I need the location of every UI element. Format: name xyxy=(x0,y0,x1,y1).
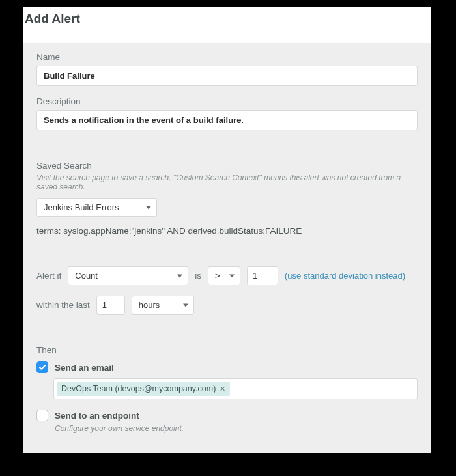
then-label: Then xyxy=(36,345,418,355)
chevron-down-icon xyxy=(177,274,182,277)
send-endpoint-label: Send to an endpoint xyxy=(55,411,139,421)
section-basic: Name Description xyxy=(23,43,431,143)
saved-search-label: Saved Search xyxy=(36,161,418,171)
check-icon xyxy=(38,363,46,371)
within-value-input[interactable] xyxy=(96,296,125,315)
saved-search-terms: terms: syslog.appName:"jenkins" AND deri… xyxy=(36,226,418,236)
within-unit-select[interactable]: hours xyxy=(132,296,194,315)
send-endpoint-checkbox[interactable] xyxy=(36,410,48,421)
remove-tag-icon[interactable]: ✕ xyxy=(220,385,225,393)
operator-selected: > xyxy=(215,271,220,281)
endpoint-hint: Configure your own service endpoint. xyxy=(55,424,418,433)
page-title: Add Alert xyxy=(25,12,429,26)
recipient-tag-text: DevOps Team (devops@mycompany.com) xyxy=(61,384,216,393)
is-label: is xyxy=(195,271,201,281)
alert-if-label: Alert if xyxy=(36,271,61,281)
send-email-checkbox[interactable] xyxy=(36,361,48,373)
saved-search-selected: Jenkins Build Errors xyxy=(44,203,119,212)
email-recipients-field[interactable]: DevOps Team (devops@mycompany.com) ✕ xyxy=(53,378,418,399)
operator-select[interactable]: > xyxy=(208,266,240,285)
chevron-down-icon xyxy=(146,206,151,209)
send-endpoint-row: Send to an endpoint xyxy=(36,410,418,421)
chevron-down-icon xyxy=(229,274,235,277)
within-label: within the last xyxy=(36,300,90,310)
description-input[interactable] xyxy=(36,110,418,130)
threshold-input[interactable] xyxy=(247,266,278,285)
std-deviation-link[interactable]: (use standard deviation instead) xyxy=(285,271,405,281)
recipient-tag: DevOps Team (devops@mycompany.com) ✕ xyxy=(57,382,230,396)
section-saved-search: Saved Search Visit the search page to sa… xyxy=(23,152,431,249)
send-email-label: Send an email xyxy=(55,363,114,372)
section-then: Then Send an email DevOps Team (devops@m… xyxy=(23,336,431,453)
metric-selected: Count xyxy=(75,271,98,281)
add-alert-dialog: Add Alert Name Description Saved Search … xyxy=(23,7,431,453)
saved-search-hint: Visit the search page to save a search. … xyxy=(36,173,418,191)
dialog-header: Add Alert xyxy=(23,7,431,43)
send-email-row: Send an email xyxy=(36,361,418,373)
name-input[interactable] xyxy=(36,66,418,86)
chevron-down-icon xyxy=(183,303,188,307)
saved-search-select[interactable]: Jenkins Build Errors xyxy=(36,198,157,217)
name-label: Name xyxy=(36,52,418,62)
description-label: Description xyxy=(36,96,418,106)
within-unit-selected: hours xyxy=(139,300,160,310)
metric-select[interactable]: Count xyxy=(68,266,188,285)
section-condition: Alert if Count is > (use standard deviat… xyxy=(23,257,431,328)
